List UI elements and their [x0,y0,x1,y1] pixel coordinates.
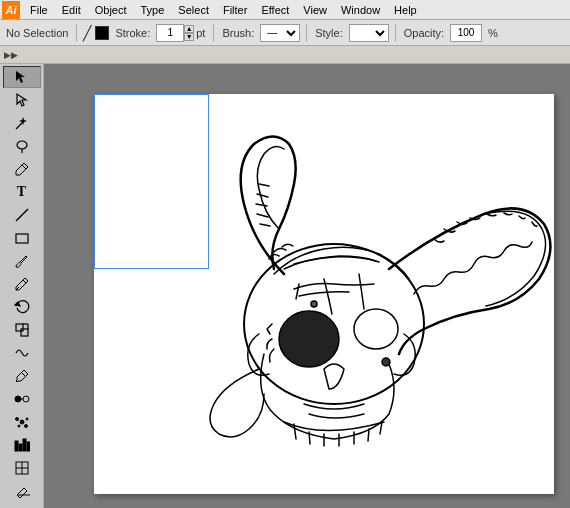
svg-line-34 [368,429,369,441]
tool-blend[interactable] [3,388,41,410]
opacity-label: Opacity: [402,27,446,39]
selection-indicator: No Selection [4,27,70,39]
tool-magic-wand[interactable] [3,112,41,134]
tool-direct-select[interactable] [3,89,41,111]
svg-rect-18 [15,441,18,451]
svg-point-11 [23,396,29,402]
svg-point-15 [26,418,28,420]
tool-pencil[interactable] [3,273,41,295]
svg-point-17 [24,425,27,428]
svg-line-35 [380,422,382,434]
divider-1 [76,24,77,42]
canvas-area[interactable]: .skull { fill: none; stroke: #000; strok… [44,64,570,508]
menu-view[interactable]: View [297,2,333,18]
tool-scale[interactable] [3,319,41,341]
tool-paintbrush[interactable] [3,250,41,272]
main-area: T [0,64,570,508]
left-toolbar: T [0,64,44,508]
menu-edit[interactable]: Edit [56,2,87,18]
svg-rect-2 [16,234,28,243]
menu-help[interactable]: Help [388,2,423,18]
tool-rotate[interactable] [3,296,41,318]
svg-point-16 [18,425,20,427]
svg-rect-5 [16,324,23,331]
tools-top-strip: ▶▶ [0,46,570,64]
menu-filter[interactable]: Filter [217,2,253,18]
tool-lasso[interactable] [3,135,41,157]
svg-point-36 [311,301,317,307]
opacity-input[interactable] [450,24,482,42]
svg-rect-6 [21,329,28,336]
divider-3 [306,24,307,42]
svg-point-14 [15,418,18,421]
stroke-up-btn[interactable]: ▲ [184,25,194,33]
svg-point-0 [17,141,27,149]
svg-point-28 [354,309,398,349]
svg-line-1 [16,209,28,221]
svg-point-13 [20,420,24,424]
svg-point-10 [15,396,21,402]
tool-graph[interactable] [3,434,41,456]
style-label: Style: [313,27,345,39]
brush-select[interactable]: — [260,24,300,42]
svg-rect-20 [23,439,26,451]
tool-line[interactable] [3,204,41,226]
tool-rect[interactable] [3,227,41,249]
tool-eyedropper[interactable] [3,365,41,387]
tool-slice[interactable] [3,457,41,479]
stroke-color-swatch[interactable] [95,26,109,40]
opacity-unit: % [486,27,500,39]
divider-4 [395,24,396,42]
stroke-spinner[interactable]: ▲ ▼ pt [156,24,207,42]
menu-type[interactable]: Type [135,2,171,18]
ai-logo: Ai [2,1,20,19]
svg-point-37 [382,358,390,366]
stroke-unit: pt [194,27,207,39]
brush-label: Brush: [220,27,256,39]
svg-line-9 [22,373,25,376]
menu-effect[interactable]: Effect [255,2,295,18]
brush-stroke-icon: ╱ [83,25,91,41]
tool-pen[interactable] [3,158,41,180]
svg-rect-19 [19,444,22,451]
divider-2 [213,24,214,42]
stroke-label: Stroke: [113,27,152,39]
svg-line-3 [23,280,26,283]
svg-point-27 [279,311,339,367]
tool-warp[interactable] [3,342,41,364]
menu-object[interactable]: Object [89,2,133,18]
svg-rect-21 [27,442,30,451]
skull-artwork: .skull { fill: none; stroke: #000; strok… [124,114,554,494]
menu-select[interactable]: Select [172,2,215,18]
panel-toggle-arrow[interactable]: ▶▶ [4,50,18,60]
stroke-down-btn[interactable]: ▼ [184,33,194,41]
menu-bar: Ai File Edit Object Type Select Filter E… [0,0,570,20]
tool-type[interactable]: T [3,181,41,203]
artboard: .skull { fill: none; stroke: #000; strok… [94,94,554,494]
menu-window[interactable]: Window [335,2,386,18]
tool-eraser[interactable] [3,480,41,502]
toolbar: No Selection ╱ Stroke: ▲ ▼ pt Brush: — S… [0,20,570,46]
menu-file[interactable]: File [24,2,54,18]
stroke-value-input[interactable] [156,24,184,42]
tool-select-arrow[interactable] [3,66,41,88]
type-icon-letter: T [17,184,26,200]
svg-line-30 [309,432,310,444]
style-select[interactable] [349,24,389,42]
tool-symbol[interactable] [3,411,41,433]
